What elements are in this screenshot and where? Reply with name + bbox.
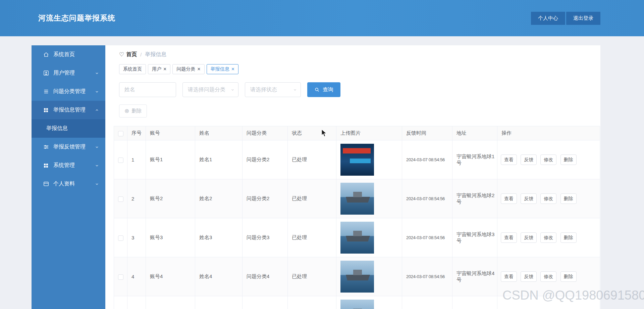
sliders-icon [43,144,50,150]
sidebar-item-system-management[interactable]: 系统管理 [32,156,105,175]
tab-label: 问题分类 [176,66,195,72]
edit-button[interactable]: 修改 [540,232,556,243]
breadcrumb-home[interactable]: 首页 [126,51,137,58]
view-button[interactable]: 查看 [501,154,517,165]
sidebar-item-label: 举报反馈管理 [53,143,86,150]
cell-name: 姓名2 [195,179,243,218]
search-icon [314,87,320,92]
cell-time: 2024-03-07 08:54:56 [402,140,452,179]
table-row: 5 账号5 姓名5 问题分类5 已处理 2024-03-07 08:54:56 … [114,296,600,309]
cell-status: 已处理 [288,140,336,179]
delete-row-button[interactable]: 删除 [560,154,577,165]
tab-users[interactable]: 用户 × [148,64,170,74]
cell-category: 问题分类5 [243,296,288,309]
column-header: 操作 [497,126,600,140]
table-header-row: 序号 账号 姓名 问题分类 状态 上传图片 反馈时间 地址 操作 [114,126,600,140]
report-photo[interactable] [340,183,374,215]
circle-cross-icon: ⊗ [124,108,129,114]
cell-address: 宇宙银河系地球4号 [452,257,497,296]
tab-label: 用户 [152,66,161,72]
filter-bar: 请选择问题分类 请选择状态 查询 [119,82,600,97]
report-photo[interactable] [340,144,374,176]
sidebar-item-label: 系统管理 [53,162,75,169]
logout-button[interactable]: 退出登录 [566,12,600,25]
cell-category: 问题分类2 [243,179,288,218]
card-icon [43,181,50,187]
cell-address: 宇宙银河系地球3号 [452,218,497,257]
sidebar-subitem-report-info[interactable]: 举报信息 [32,119,105,138]
view-button[interactable]: 查看 [501,193,517,204]
sidebar-item-feedback-management[interactable]: 举报反馈管理 [32,138,105,156]
cell-account: 账号2 [146,179,195,218]
cell-status: 已处理 [288,179,336,218]
tab-home[interactable]: 系统首页 [119,64,146,74]
column-header: 问题分类 [243,126,288,140]
row-checkbox[interactable] [118,235,123,241]
tab-bar: 系统首页 用户 × 问题分类 × 举报信息 × [119,64,600,74]
feedback-button[interactable]: 反馈 [521,271,537,282]
view-button[interactable]: 查看 [501,232,517,243]
sidebar-item-profile[interactable]: 个人资料 [32,175,105,193]
sidebar-item-label: 系统首页 [53,51,75,58]
view-button[interactable]: 查看 [501,271,517,282]
category-select[interactable]: 请选择问题分类 [182,82,238,97]
edit-button[interactable]: 修改 [540,271,556,282]
sidebar-item-label: 用户管理 [53,70,75,77]
edit-button[interactable]: 修改 [540,193,556,204]
table-row: 1 账号1 姓名1 问题分类2 已处理 2024-03-07 08:54:56 … [114,140,600,179]
cell-name: 姓名5 [195,296,243,309]
close-icon[interactable]: × [197,67,200,72]
row-checkbox[interactable] [118,274,123,280]
sidebar-item-home[interactable]: 系统首页 [32,45,105,64]
toolbar: ⊗ 删除 [119,104,600,118]
chevron-down-icon [95,89,99,94]
sidebar-item-users[interactable]: 用户管理 [32,64,105,82]
chevron-down-icon [293,88,297,92]
cell-account: 账号1 [146,140,195,179]
status-select[interactable]: 请选择状态 [245,82,301,97]
table-row: 2 账号2 姓名2 问题分类2 已处理 2024-03-07 08:54:56 … [114,179,600,218]
feedback-button[interactable]: 反馈 [521,154,537,165]
tab-report-info[interactable]: 举报信息 × [207,64,238,74]
chevron-up-icon [95,108,99,113]
cell-category: 问题分类4 [243,257,288,296]
report-photo[interactable] [340,222,374,254]
sidebar-item-report-management[interactable]: 举报信息管理 [32,101,105,119]
column-header: 姓名 [195,126,243,140]
delete-row-button[interactable]: 删除 [560,193,577,204]
grid-icon [43,162,50,169]
cell-time: 2024-03-07 08:54:56 [402,257,452,296]
select-all-checkbox[interactable] [118,131,123,136]
report-photo[interactable] [340,261,374,293]
cell-address: 宇宙银河系地球1号 [452,140,497,179]
column-header: 序号 [127,126,146,140]
tab-categories[interactable]: 问题分类 × [172,64,204,74]
breadcrumb-separator: / [140,52,142,57]
bulk-delete-button[interactable]: ⊗ 删除 [119,104,147,118]
cell-index: 2 [127,179,146,218]
edit-button[interactable]: 修改 [540,154,556,165]
row-checkbox[interactable] [118,158,123,163]
sidebar-item-categories[interactable]: 问题分类管理 [32,82,105,101]
report-table: 序号 账号 姓名 问题分类 状态 上传图片 反馈时间 地址 操作 [114,126,596,309]
name-input[interactable] [119,82,176,97]
select-placeholder: 请选择状态 [250,86,277,93]
feedback-button[interactable]: 反馈 [521,193,537,204]
close-icon[interactable]: × [163,67,166,72]
feedback-button[interactable]: 反馈 [521,232,537,243]
cell-status: 已处理 [288,296,336,309]
close-icon[interactable]: × [231,67,234,72]
cell-account: 账号4 [146,257,195,296]
tab-label: 系统首页 [123,66,142,72]
profile-center-button[interactable]: 个人中心 [531,12,565,25]
cell-address: 宇宙银河系地球5号 [452,296,497,309]
column-header: 账号 [146,126,195,140]
app-header: 河流生态问题举报系统 个人中心 退出登录 [0,0,644,36]
delete-row-button[interactable]: 删除 [560,232,577,243]
delete-row-button[interactable]: 删除 [560,271,577,282]
page: 河流生态问题举报系统 个人中心 退出登录 系统首页 用户管理 [0,0,644,309]
row-checkbox[interactable] [118,196,123,202]
table-row: 3 账号3 姓名3 问题分类3 已处理 2024-03-07 08:54:56 … [114,218,600,257]
report-photo[interactable] [340,300,374,309]
query-button[interactable]: 查询 [307,82,340,97]
